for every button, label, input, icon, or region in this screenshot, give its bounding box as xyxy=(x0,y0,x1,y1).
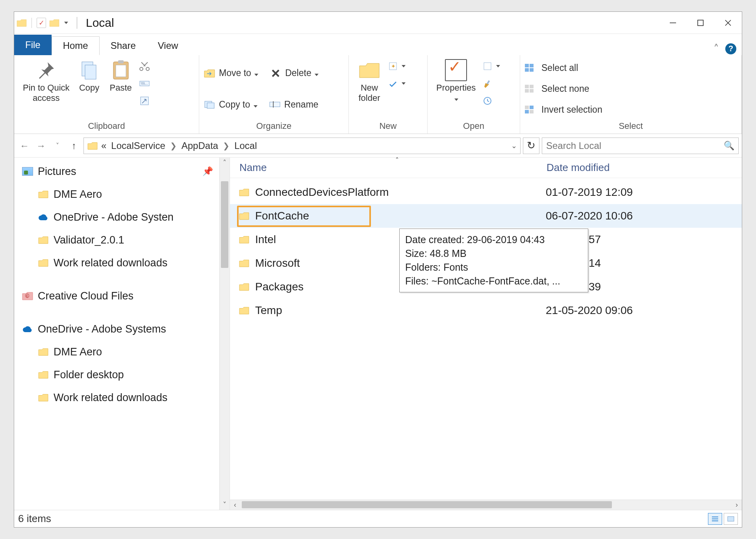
sidebar-item[interactable]: OneDrive - Adobe Systems xyxy=(22,318,219,340)
minimize-button[interactable] xyxy=(659,12,687,34)
maximize-button[interactable] xyxy=(687,12,714,34)
folder-icon xyxy=(239,212,250,220)
scroll-right-icon[interactable]: › xyxy=(732,501,742,509)
svg-rect-21 xyxy=(270,102,280,107)
sidebar-item[interactable]: DME Aero xyxy=(22,183,219,206)
file-name: Intel xyxy=(255,233,276,246)
onedrive-icon xyxy=(38,213,49,221)
breadcrumb-prefix[interactable]: « xyxy=(100,140,108,151)
sidebar-scrollbar[interactable]: ˄ ˅ xyxy=(219,158,230,510)
up-button[interactable]: ↑ xyxy=(67,139,81,153)
svg-marker-40 xyxy=(239,236,249,243)
pin-icon xyxy=(37,61,56,80)
select-none-button[interactable]: Select none xyxy=(525,81,589,97)
svg-marker-0 xyxy=(17,19,26,26)
qat-dropdown-icon[interactable] xyxy=(64,22,68,24)
view-thumbnails-button[interactable] xyxy=(724,513,738,525)
pin-to-quick-access-button[interactable]: Pin to Quick access xyxy=(19,58,74,105)
tab-share[interactable]: Share xyxy=(100,36,147,55)
sidebar-item[interactable]: ©Creative Cloud Files xyxy=(22,284,219,307)
edit-button[interactable] xyxy=(482,76,500,91)
scissors-icon xyxy=(139,61,150,72)
horizontal-scrollbar[interactable]: ‹ › xyxy=(230,500,742,510)
svg-marker-36 xyxy=(39,372,48,378)
paste-button[interactable]: Paste xyxy=(105,58,137,95)
svg-rect-7 xyxy=(85,65,96,79)
copy-to-button[interactable]: Copy to xyxy=(204,97,258,112)
scrollbar-thumb[interactable] xyxy=(242,501,612,508)
folder-icon xyxy=(87,141,98,150)
delete-button[interactable]: Delete xyxy=(270,65,319,81)
view-details-button[interactable] xyxy=(708,513,722,525)
status-bar: 6 items xyxy=(14,510,742,527)
tab-home[interactable]: Home xyxy=(52,36,100,55)
new-folder-button[interactable]: New folder xyxy=(354,58,385,105)
history-button[interactable] xyxy=(482,94,500,108)
sidebar-item-label: OneDrive - Adobe Systems xyxy=(38,323,166,335)
properties-qat-icon[interactable]: ✓ xyxy=(37,18,46,28)
sidebar-item[interactable]: Validator_2.0.1 xyxy=(22,229,219,251)
explorer-window: ✓ Local File Home Share View ˄ ? Pin xyxy=(14,11,742,528)
cut-button[interactable] xyxy=(139,59,150,73)
scrollbar-thumb[interactable] xyxy=(221,181,228,268)
scroll-down-icon[interactable]: ˅ xyxy=(220,500,230,510)
refresh-button[interactable]: ↻ xyxy=(523,138,539,154)
tab-file[interactable]: File xyxy=(14,35,52,55)
onedrive-icon xyxy=(22,325,33,333)
paste-shortcut-button[interactable] xyxy=(139,94,150,108)
breadcrumb-item[interactable]: AppData xyxy=(180,140,220,151)
sidebar-item-label: Folder desktop xyxy=(54,369,124,381)
select-all-button[interactable]: Select all xyxy=(525,60,578,76)
pin-icon: 📌 xyxy=(202,166,219,177)
tab-view[interactable]: View xyxy=(147,36,189,55)
svg-marker-29 xyxy=(88,142,97,149)
properties-button[interactable]: Properties xyxy=(432,58,480,105)
sidebar-item[interactable]: Folder desktop xyxy=(22,363,219,386)
help-icon[interactable]: ? xyxy=(725,43,736,54)
scroll-up-icon[interactable]: ˄ xyxy=(220,158,230,168)
new-item-button[interactable]: ✦ xyxy=(387,59,406,73)
collapse-ribbon-icon[interactable]: ˄ xyxy=(713,42,719,55)
breadcrumb-item[interactable]: LocalService xyxy=(109,140,167,151)
back-button[interactable]: ← xyxy=(17,139,32,153)
scroll-left-icon[interactable]: ‹ xyxy=(230,501,240,509)
folder-icon xyxy=(239,235,250,244)
address-bar[interactable]: « LocalService ❯ AppData ❯ Local ⌄ xyxy=(83,138,521,154)
search-icon[interactable]: 🔍 xyxy=(724,141,734,151)
move-to-button[interactable]: Move to xyxy=(204,65,258,81)
folder-icon[interactable] xyxy=(49,19,59,27)
rename-button[interactable]: Rename xyxy=(269,97,319,112)
copy-path-button[interactable]: \\\\... xyxy=(139,76,150,91)
file-row[interactable]: ConnectedDevicesPlatform01-07-2019 12:09 xyxy=(230,180,742,204)
ribbon-group-organize: Move to Delete Copy to Rename Organize xyxy=(199,55,349,134)
open-button[interactable] xyxy=(482,59,500,73)
chevron-right-icon[interactable]: ❯ xyxy=(221,141,231,151)
address-dropdown-icon[interactable]: ⌄ xyxy=(511,141,517,150)
recent-locations-button[interactable]: ˅ xyxy=(50,139,65,153)
close-button[interactable] xyxy=(714,12,742,34)
file-list[interactable]: ConnectedDevicesPlatform01-07-2019 12:09… xyxy=(230,178,742,500)
sidebar-item[interactable]: DME Aero xyxy=(22,340,219,363)
column-header-name[interactable]: Name xyxy=(239,162,460,174)
folder-icon xyxy=(38,236,49,244)
search-input[interactable] xyxy=(546,140,724,151)
sidebar-item[interactable]: Pictures📌 xyxy=(22,160,219,183)
content-pane: ˄ Name Date modified ConnectedDevicesPla… xyxy=(230,158,742,510)
folder-icon xyxy=(38,393,49,402)
column-header-date[interactable]: Date modified xyxy=(460,162,610,174)
sidebar-item[interactable]: Work related downloads xyxy=(22,251,219,274)
invert-selection-button[interactable]: Invert selection xyxy=(525,102,602,118)
forward-button[interactable]: → xyxy=(34,139,48,153)
file-row[interactable]: Temp21-05-2020 09:06 xyxy=(230,299,742,322)
svg-marker-23 xyxy=(359,63,379,78)
copy-button[interactable]: Copy xyxy=(74,58,105,95)
file-row[interactable]: FontCache06-07-2020 10:06 xyxy=(230,204,742,228)
search-box[interactable]: 🔍 xyxy=(542,138,739,154)
sidebar-item[interactable]: Work related downloads xyxy=(22,386,219,409)
sidebar-item-label: Work related downloads xyxy=(54,392,167,404)
folder-icon xyxy=(17,19,27,27)
breadcrumb-item[interactable]: Local xyxy=(233,140,258,151)
chevron-right-icon[interactable]: ❯ xyxy=(169,141,178,151)
sidebar-item[interactable]: OneDrive - Adobe Systen xyxy=(22,206,219,229)
easy-access-button[interactable] xyxy=(387,76,406,91)
